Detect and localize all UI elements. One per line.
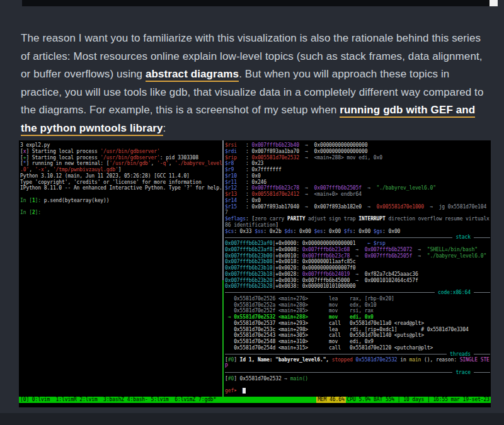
mem-usage-badge: MEM 46.6%	[316, 397, 345, 403]
terminal-line: 0x007fffb6b23b20│+0x0030: 0x007fffb6b450…	[225, 278, 490, 284]
ipython-pwntools-pane: 3 expl2.py[x] Starting local process '/u…	[20, 142, 222, 394]
terminal-line: 0x007fffb6b23b28│+0x0038: 0x000001010100…	[225, 283, 490, 290]
gef-section-divider-threads: threads	[225, 351, 490, 358]
terminal-line: $r10 : 0x0	[225, 173, 490, 179]
terminal-line: 7	[225, 210, 490, 216]
tmux-window-list: [0] 0:lvim 1:lvimR 2:lvim 3:bashZ 4:bash…	[19, 397, 216, 403]
terminal-line: 3 expl2.py	[20, 142, 222, 149]
gef-section-label: trace	[455, 370, 471, 376]
terminal-line: $r15 : 0x007f893ab17040 → 0x007f893ab182…	[225, 204, 490, 210]
terminal-line: $rip : 0x005581d70e2532 → <main+288> mov…	[225, 155, 490, 161]
gef-section-divider-trace: trace	[225, 370, 490, 376]
terminal-line: In [2]:	[20, 210, 222, 216]
article-paragraph: The reason I want you to familiarize wit…	[21, 30, 485, 138]
codeblock-scrollbar[interactable]	[22, 0, 498, 6]
terminal-line: [+] Starting local process '/usr/bin/gdb…	[20, 155, 222, 161]
next-section-edge	[0, 413, 504, 425]
terminal-line: gef➤ ▊	[225, 388, 490, 394]
system-info-text: CPU 5.9% BAT 55% | 10 days | 16:55 mar 1…	[346, 397, 491, 403]
terminal-line: 0x5581d70e253c <main+298> lea rdi, [rip+…	[225, 327, 490, 333]
terminal-line: $r9 : 0x7fffffff	[225, 167, 490, 173]
terminal-line: P	[225, 363, 490, 370]
terminal-line: $r14 : 0x0	[225, 198, 490, 204]
terminal-line: 0x007fffb6b23af0│+0x0000: 0x000000000000…	[225, 241, 490, 247]
tmux-status-bar: [0] 0:lvim 1:lvimR 2:lvim 3:bashZ 4:bash…	[19, 397, 491, 403]
gef-section-label: threads	[450, 351, 471, 358]
terminal-line: $rsi : 0x007fffb6b23b40 → 0x000000000000…	[225, 142, 490, 149]
gef-section-divider-stack: stack	[225, 234, 490, 241]
terminal-line: IPython 8.11.0 -- An enhanced Interactiv…	[20, 185, 222, 191]
terminal-line: [#0] Id 1, Name: "babyrev_level6.", stop…	[225, 357, 490, 363]
terminal-line: $eflags: [zero carry PARITY adjust sign …	[225, 216, 490, 222]
terminal-line: [*] running in new terminal: ['/usr/bin/…	[20, 161, 222, 167]
terminal-line: $r13 : 0x005581d70e2412 → <main+0> endbr…	[225, 191, 490, 198]
gef-section-label: code:x86:64	[438, 290, 471, 296]
terminal-line: 0x5581d70e2548 <main+310> mov edi, 0x9	[225, 339, 490, 345]
tmux-status-right: MEM 46.6% CPU 5.9% BAT 55% | 10 days | 1…	[316, 397, 491, 403]
terminal-line: $r8 : 0x23	[225, 161, 490, 167]
gef-section-divider-code-x86-64: code:x86:64	[225, 290, 490, 296]
terminal-line: 86 identification]	[225, 222, 490, 229]
terminal-line: 0x007fffb6b23b10│+0x0020: 0x000000000000…	[225, 265, 490, 271]
terminal-line: [#0] 0x5581d70e2532 → main()	[225, 376, 490, 382]
terminal-line: 0x5581d70e254d <main+315> call 0x5581d70…	[225, 345, 490, 351]
terminal-line: 0x007fffb6b23af8│+0x0008: 0x007fffb6b23c…	[225, 247, 490, 253]
terminal-line: $r11 : 0x246	[225, 179, 490, 186]
terminal-line: Python 3.10.12 (main, Jun 11 2023, 05:26…	[20, 173, 222, 179]
terminal-line: Type 'copyright', 'credits' or 'license'…	[20, 179, 222, 186]
gdb-gef-pane: $rsi : 0x007fffb6b23b40 → 0x000000000000…	[225, 142, 490, 394]
terminal-line	[20, 204, 222, 210]
terminal-line: 0x007fffb6b23b18│+0x0028: 0x007fffb6b240…	[225, 271, 490, 278]
link-abstract-diagrams[interactable]: abstract diagrams	[146, 68, 239, 82]
terminal-line: 0x007fffb6b23b08│+0x0018: 0x000000011aaf…	[225, 259, 490, 265]
terminal-line: 0x5581d70e252a <main+280> mov edx, 0x10	[225, 302, 490, 309]
terminal-line	[20, 191, 222, 198]
terminal-line: $r12 : 0x007fffb6b23c78 → 0x007fffb6b250…	[225, 185, 490, 191]
terminal-line: $rdi : 0x007f893aa1ba70 → 0x000000000000…	[225, 149, 490, 155]
terminal-line: 0x5581d70e252f <main+285> mov rsi, rax	[225, 308, 490, 314]
pane-divider-top	[222, 140, 224, 280]
terminal-line: 0x5581d70e2543 <main+305> call 0x5581d70…	[225, 332, 490, 339]
scrollbar-thumb[interactable]	[490, 0, 498, 6]
terminal-line: 0x007fffb6b23b00│+0x0010: 0x007fffb6b23c…	[225, 253, 490, 259]
terminal-line: → 0x5581d70e2532 <main+288> mov edi, 0x0	[225, 314, 490, 320]
terminal-line: In [1]: p.send(bytearray(key))	[20, 198, 222, 204]
terminal-screenshot: 3 expl2.py[x] Starting local process '/u…	[19, 140, 491, 407]
terminal-line: [x] Starting local process '/usr/bin/gdb…	[20, 149, 222, 155]
terminal-line	[225, 382, 490, 388]
gef-section-label: stack	[455, 234, 471, 241]
terminal-line: .0', '-x', '/tmp/pwnbivzauyl.gdb']	[20, 167, 222, 173]
terminal-line: 0x5581d70e2526 <main+276> lea rax, [rbp-…	[225, 296, 490, 302]
pane-divider-bottom	[222, 280, 224, 397]
paragraph-text-3: :	[163, 122, 166, 134]
terminal-line: $cs: 0x33 $ss: 0x2b $ds: 0x00 $es: 0x00 …	[225, 229, 490, 235]
terminal-line: 0x5581d70e2537 <main+293> call 0x5581d70…	[225, 320, 490, 327]
